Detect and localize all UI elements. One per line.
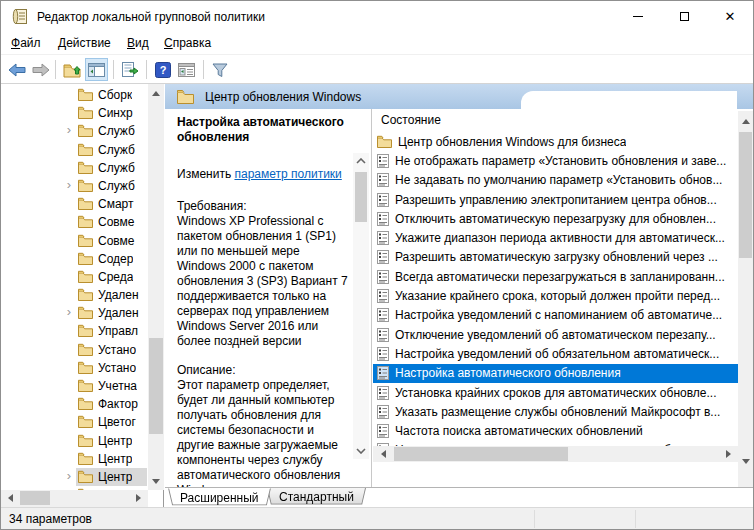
folder-icon (177, 89, 194, 104)
policy-list-item[interactable]: Настройка уведомлений об обязательном ав… (373, 344, 738, 363)
chevron-right-icon[interactable]: › (63, 178, 75, 191)
tree-horizontal-scrollbar[interactable] (1, 490, 148, 507)
policy-list-item[interactable]: Разрешить автоматическую загрузку обновл… (373, 248, 738, 267)
tree-item[interactable]: › Служб (1, 122, 147, 140)
policy-list-item[interactable]: Всегда автоматически перезагружаться в з… (373, 267, 738, 286)
tree-item[interactable]: Служб (1, 141, 147, 159)
up-one-level-button[interactable] (60, 58, 83, 81)
folder-icon (78, 343, 93, 356)
requirements-text: Windows XP Professional с пакетом обновл… (177, 214, 349, 349)
tree-item[interactable]: Удален (1, 286, 147, 304)
back-button[interactable] (5, 58, 28, 81)
close-button[interactable]: ✕ (707, 1, 753, 31)
details-scrollbar[interactable] (353, 153, 369, 459)
show-console-tree-button[interactable] (85, 58, 108, 81)
scroll-left-arrow[interactable] (2, 490, 18, 506)
forward-arrow-icon (32, 63, 50, 77)
help-button[interactable]: ? (151, 58, 174, 81)
tree-item[interactable]: Содер (1, 250, 147, 268)
tree-item[interactable]: Среда (1, 268, 147, 286)
chevron-right-icon[interactable]: › (63, 469, 75, 482)
policy-list-item[interactable]: Укажите диапазон периода активности для … (373, 228, 738, 247)
chevron-right-icon[interactable]: › (63, 305, 75, 318)
tab-extended[interactable]: Расширенный (168, 488, 271, 507)
scroll-right-arrow[interactable] (130, 490, 146, 506)
column-header-state[interactable]: Состояние (373, 109, 738, 132)
scroll-down-arrow[interactable] (353, 443, 369, 459)
policy-setting-icon (377, 366, 389, 380)
tree-item[interactable]: Сборк (1, 86, 147, 104)
folder-icon (78, 179, 93, 192)
tree-item[interactable]: Совме (1, 232, 147, 250)
help-icon: ? (155, 62, 171, 78)
tree-item[interactable]: › Центр (1, 468, 147, 486)
policy-setting-icon (377, 193, 389, 207)
tree-item[interactable]: Учетна (1, 377, 147, 395)
policy-list-item[interactable]: Указать размещение службы обновлений Май… (373, 402, 738, 421)
scroll-right-arrow[interactable] (720, 446, 736, 462)
list-horizontal-scrollbar[interactable] (373, 446, 738, 462)
policy-list-item[interactable]: Не задавать по умолчанию параметр «Устан… (373, 171, 738, 190)
scroll-up-arrow[interactable] (148, 85, 164, 101)
tree-vertical-scrollbar[interactable] (148, 84, 164, 490)
folder-icon (78, 88, 93, 101)
scrollbar-thumb[interactable] (739, 132, 752, 258)
policy-setting-icon (377, 270, 389, 284)
tree-item[interactable]: Совме (1, 213, 147, 231)
tree-item[interactable]: › Служб (1, 177, 147, 195)
tree-item[interactable]: Служб (1, 159, 147, 177)
policy-list-item[interactable]: Настройка автоматического обновления (373, 364, 738, 383)
policy-setting-icon (377, 250, 389, 264)
scroll-up-arrow[interactable] (738, 113, 753, 129)
policy-list-item[interactable]: Разрешить управлению электропитанием цен… (373, 190, 738, 209)
scrollbar-thumb[interactable] (355, 172, 367, 222)
export-list-button[interactable] (118, 58, 141, 81)
list-vertical-scrollbar[interactable] (738, 111, 753, 487)
scrollbar-thumb[interactable] (149, 338, 163, 434)
gpedit-window: Редактор локальной групповой политики ✕ … (0, 0, 754, 530)
tree-item[interactable]: Смарт (1, 195, 147, 213)
policy-list-item[interactable]: Отключить автоматическую перезагрузку дл… (373, 209, 738, 228)
toolbar: ? (1, 55, 753, 84)
tree-item[interactable]: Устано (1, 359, 147, 377)
policy-list-item[interactable]: Центр обновления Windows для бизнеса (373, 132, 738, 151)
menu-help[interactable]: Справка (164, 36, 211, 50)
tree-item[interactable]: Центр (1, 432, 147, 450)
policy-setting-icon (377, 154, 389, 168)
policy-list-item[interactable]: Отключение уведомлений об автоматическом… (373, 325, 738, 344)
policy-list-item[interactable]: Указание крайнего срока, который должен … (373, 286, 738, 305)
scrollbar-thumb[interactable] (394, 447, 568, 461)
tree-item[interactable]: Устано (1, 341, 147, 359)
tree-item[interactable]: Центр (1, 450, 147, 468)
scrollbar-thumb[interactable] (20, 491, 50, 505)
policy-setting-icon (377, 386, 389, 400)
scroll-up-arrow[interactable] (353, 153, 369, 169)
extended-view-button[interactable] (175, 58, 198, 81)
policy-list-item[interactable]: Частота поиска автоматических обновлений (373, 421, 738, 440)
minimize-button[interactable] (615, 1, 661, 31)
menu-action[interactable]: Действие (58, 36, 111, 50)
chevron-right-icon[interactable]: › (63, 123, 75, 136)
scroll-down-arrow[interactable] (148, 473, 164, 489)
policy-list-item[interactable]: Установка крайних сроков для автоматичес… (373, 383, 738, 402)
maximize-button[interactable] (661, 1, 707, 31)
filter-button[interactable] (208, 58, 231, 81)
tree-item[interactable]: Синхр (1, 104, 147, 122)
policy-list-item[interactable]: Не отображать параметр «Установить обнов… (373, 151, 738, 170)
tree-item[interactable]: Фактор (1, 395, 147, 413)
scroll-left-arrow[interactable] (375, 446, 391, 462)
tree-item[interactable]: Цветог (1, 413, 147, 431)
menu-view[interactable]: Вид (127, 36, 149, 50)
view-tabs: Расширенный Стандартный (165, 487, 753, 507)
policy-list-item[interactable]: Настройка уведомлений с напоминанием об … (373, 306, 738, 325)
policy-setting-link[interactable]: параметр политики (234, 167, 341, 181)
menu-file[interactable]: Файл (11, 36, 41, 50)
tree-item[interactable]: Управл (1, 322, 147, 340)
tab-standard[interactable]: Стандартный (267, 488, 366, 506)
status-parameter-count: 34 параметров (9, 512, 92, 526)
filter-funnel-icon (211, 62, 229, 78)
category-header-band: Центр обновления Windows (165, 84, 753, 109)
tree-item[interactable]: › Удален (1, 304, 147, 322)
forward-button[interactable] (29, 58, 52, 81)
scroll-down-arrow[interactable] (738, 453, 753, 469)
